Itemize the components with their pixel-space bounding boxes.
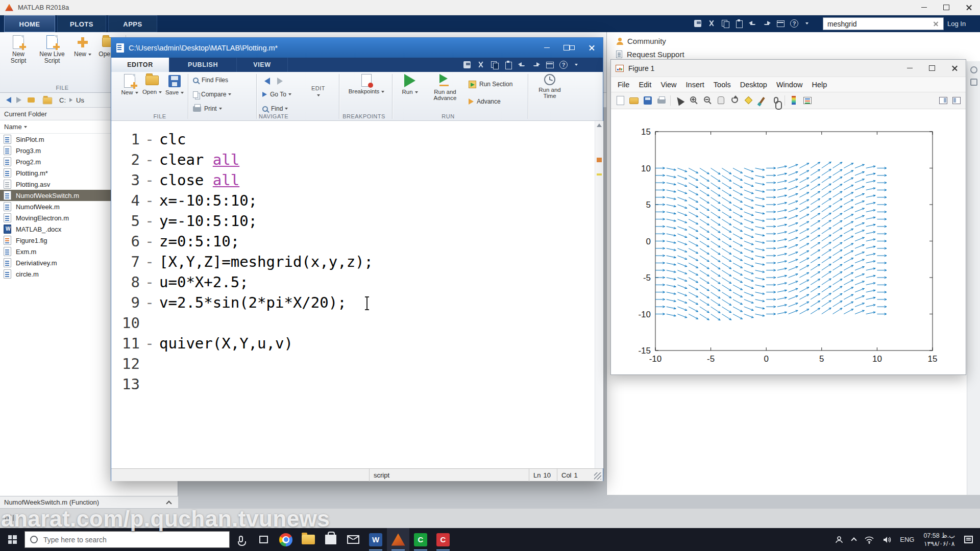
- goto-button[interactable]: Go To: [262, 88, 291, 101]
- pan-icon[interactable]: [716, 95, 726, 106]
- new-figure-icon[interactable]: [615, 95, 625, 106]
- link-plot-icon[interactable]: [771, 95, 781, 106]
- maximize-button[interactable]: [935, 0, 958, 15]
- taskbar-app-word[interactable]: W: [364, 528, 387, 551]
- navigate-forward-icon[interactable]: [277, 78, 283, 85]
- taskbar-app-mail[interactable]: [342, 528, 364, 551]
- doc-search-box[interactable]: meshgrid: [823, 17, 944, 30]
- volume-button[interactable]: [878, 528, 896, 551]
- quick-undo-icon[interactable]: [518, 60, 527, 69]
- quiver-plot[interactable]: -10-5051015-15-10-5051015: [611, 109, 967, 375]
- edit-section-button[interactable]: EDIT: [311, 85, 325, 96]
- show-hidden-icons-button[interactable]: [848, 528, 860, 551]
- tab-publish[interactable]: PUBLISH: [169, 58, 237, 72]
- editor-minimize-button[interactable]: [535, 38, 558, 58]
- menu-help[interactable]: Help: [807, 77, 831, 92]
- editor-open-button[interactable]: Open: [141, 74, 163, 95]
- quick-cut-icon[interactable]: [476, 60, 485, 69]
- insert-legend-icon[interactable]: [802, 95, 813, 106]
- undo-icon[interactable]: [748, 19, 757, 28]
- run-and-time-button[interactable]: Run and Time: [532, 74, 568, 99]
- open-file-icon[interactable]: [629, 95, 639, 106]
- run-section-button[interactable]: Run Section: [469, 78, 512, 90]
- tab-view[interactable]: VIEW: [237, 58, 288, 72]
- editor-title-bar[interactable]: C:\Users\admin\Desktop\MATLAB\Plotting.m…: [111, 38, 603, 58]
- print-figure-icon[interactable]: [656, 95, 667, 106]
- menu-tools[interactable]: Tools: [709, 77, 736, 92]
- quick-paste-icon[interactable]: [504, 60, 513, 69]
- quick-redo-icon[interactable]: [531, 60, 541, 69]
- scroll-up-icon[interactable]: [597, 123, 602, 127]
- breadcrumb-drive[interactable]: C:: [59, 96, 66, 104]
- new-button[interactable]: New: [71, 35, 94, 58]
- save-icon[interactable]: [694, 20, 701, 27]
- run-button[interactable]: Run: [396, 74, 424, 95]
- hide-plot-tools-icon[interactable]: [938, 95, 948, 106]
- figure-maximize-button[interactable]: [921, 60, 943, 77]
- help-icon[interactable]: [790, 19, 798, 28]
- new-live-script-button[interactable]: New Live Script: [35, 35, 69, 64]
- menu-file[interactable]: File: [613, 77, 634, 92]
- tab-apps[interactable]: APPS: [108, 15, 157, 32]
- quick-window-icon[interactable]: [545, 60, 554, 69]
- code-editor-area[interactable]: 1-clc 2-clear all 3-close all 4-x=-10:5:…: [111, 121, 595, 468]
- data-cursor-icon[interactable]: [743, 95, 753, 106]
- quick-save-icon[interactable]: [463, 61, 471, 68]
- rotate-3d-icon[interactable]: [729, 95, 740, 106]
- forward-icon[interactable]: [16, 97, 21, 103]
- brush-icon[interactable]: [757, 95, 767, 106]
- menu-insert[interactable]: Insert: [681, 77, 709, 92]
- show-plot-tools-icon[interactable]: [951, 95, 962, 106]
- menu-window[interactable]: Window: [772, 77, 807, 92]
- editor-maximize-button[interactable]: [558, 38, 580, 58]
- breakpoints-button[interactable]: Breakpoints: [343, 74, 390, 94]
- request-support-link[interactable]: Request Support: [616, 50, 980, 59]
- copy-icon[interactable]: [721, 19, 730, 28]
- login-button[interactable]: Log In: [947, 15, 966, 32]
- figure-minimize-button[interactable]: [898, 60, 921, 77]
- taskbar-search[interactable]: Type here to search: [24, 531, 230, 548]
- back-icon[interactable]: [6, 97, 11, 103]
- quick-help-icon[interactable]: [559, 61, 568, 69]
- figure-close-button[interactable]: [943, 60, 966, 77]
- warning-marker[interactable]: [597, 158, 602, 162]
- find-files-button[interactable]: Find Files: [193, 74, 228, 86]
- cut-icon[interactable]: [707, 19, 716, 28]
- new-script-button[interactable]: New Script: [4, 35, 33, 64]
- menu-desktop[interactable]: Desktop: [736, 77, 772, 92]
- strip-overflow-icon[interactable]: [575, 64, 578, 66]
- zoom-out-icon[interactable]: [702, 95, 712, 106]
- network-button[interactable]: [860, 528, 878, 551]
- menu-edit[interactable]: Edit: [634, 77, 656, 92]
- clock[interactable]: 07:58 ب.ظ ۱۳۹۸/۰۶/۰۸: [918, 532, 960, 548]
- run-and-advance-button[interactable]: Run and Advance: [427, 74, 463, 101]
- resize-grip[interactable]: [594, 472, 601, 480]
- target-icon[interactable]: [970, 79, 977, 86]
- taskbar-app-camtasia-green[interactable]: C: [409, 528, 432, 551]
- breadcrumb-folder[interactable]: Us: [76, 96, 84, 104]
- browse-folder-icon[interactable]: [43, 97, 52, 104]
- edit-plot-icon[interactable]: [674, 95, 684, 106]
- minimize-button[interactable]: [913, 0, 935, 15]
- tab-editor[interactable]: EDITOR: [111, 58, 169, 72]
- figure-title-bar[interactable]: Figure 1: [611, 60, 966, 77]
- tab-home[interactable]: HOME: [4, 15, 55, 32]
- redo-icon[interactable]: [762, 19, 771, 28]
- people-button[interactable]: [830, 528, 848, 551]
- tab-plots[interactable]: PLOTS: [57, 15, 106, 32]
- toolbar-overflow-icon[interactable]: [805, 22, 808, 24]
- info-marker[interactable]: [597, 173, 602, 176]
- search-docs-icon[interactable]: [970, 66, 977, 73]
- insert-colorbar-icon[interactable]: [789, 95, 799, 106]
- advance-button[interactable]: Advance: [469, 95, 501, 108]
- language-indicator[interactable]: ENG: [896, 528, 918, 551]
- action-center-button[interactable]: [960, 528, 980, 551]
- community-link[interactable]: Community: [616, 37, 980, 45]
- document-map-strip[interactable]: [595, 121, 603, 468]
- compare-button[interactable]: Compare: [193, 88, 231, 101]
- taskbar-app-camtasia-red[interactable]: C: [432, 528, 454, 551]
- clear-search-icon[interactable]: [933, 21, 939, 27]
- editor-new-button[interactable]: New: [118, 74, 141, 95]
- close-button[interactable]: [958, 0, 980, 15]
- up-folder-icon[interactable]: [28, 97, 35, 103]
